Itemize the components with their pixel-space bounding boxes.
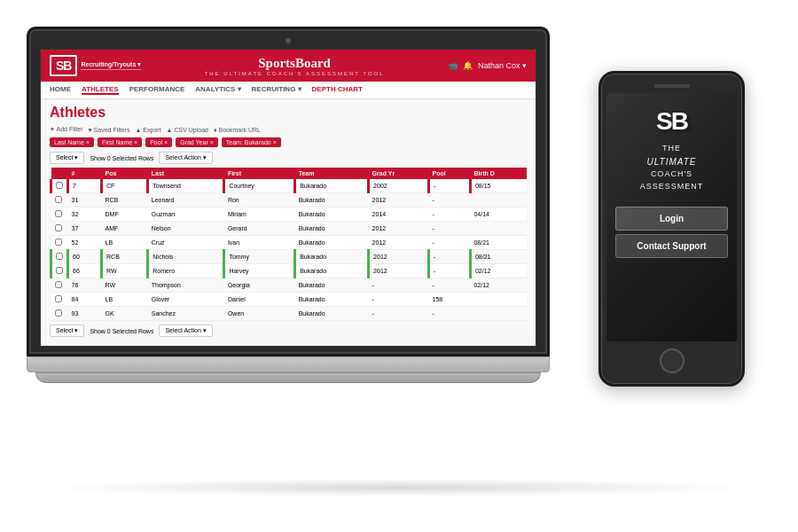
phone-logo: SB [615,107,728,136]
select-btn-top[interactable]: Select ▾ [50,152,84,164]
cell-first: Daniel [224,293,295,307]
table-row[interactable]: 60 RCB Nichols Tommy Bukarado 2012 - 08/… [51,250,528,264]
filter-team[interactable]: Team: Bukarado × [222,137,281,147]
table-row[interactable]: 76 RW Thompson Georgia Bukarado - - 02/1… [51,278,528,293]
cell-pos: DMF [102,207,148,222]
table-row[interactable]: 66 RW Romero Harvey Bukarado 2012 - 02/1… [51,264,528,278]
select-action-btn-top[interactable]: Select Action ▾ [159,152,212,164]
contact-support-button[interactable]: Contact Support [615,234,728,258]
user-name[interactable]: Nathan Cox ▾ [478,61,527,70]
app-header-right: 📹 🔔 Nathan Cox ▾ [448,61,527,70]
row-checkbox[interactable] [55,309,62,317]
cell-check[interactable] [51,307,68,321]
nav-depth-chart[interactable]: DEPTH CHART [312,85,363,95]
tagline-line3: COACH'S [651,169,692,178]
login-button[interactable]: Login [615,207,728,231]
th-grad[interactable]: Grad Yr [369,168,429,179]
phone-screen-inner: SB THE ULTIMATE COACH'S ASSESSMENT Login… [606,93,737,341]
th-pool[interactable]: Pool [429,168,471,179]
table-row[interactable]: 84 LB Glover Daniel Bukarado - 158 [51,293,528,307]
th-last[interactable]: Last [148,168,224,179]
cell-last: Guzman [148,207,224,222]
table-row[interactable]: 32 DMF Guzman Miriam Bukarado 2014 - 04/… [51,207,528,222]
nav-home[interactable]: HOME [50,85,71,95]
th-num[interactable]: # [68,168,102,179]
filter-lastname[interactable]: Last Name × [50,137,94,147]
phone-speaker [654,84,690,88]
cell-birth: 08/15 [470,179,527,193]
th-first[interactable]: First [224,168,295,179]
table-row[interactable]: 93 GK Sanchez Owen Bukarado - - [51,307,528,321]
filter-row: Last Name × First Name × Pool × Grad Yea… [50,137,527,147]
cell-birth: 08/21 [470,250,527,264]
cell-check[interactable] [51,193,68,207]
select-btn-bottom[interactable]: Select ▾ [50,325,84,337]
cell-last: Townsend [148,179,224,193]
cell-team: Bukarado [295,222,369,236]
cell-check[interactable] [51,293,68,307]
filter-gradyear[interactable]: Grad Year × [176,137,218,147]
table-row[interactable]: 52 LB Cruz Ivan Bukarado 2012 - 08/21 [51,236,528,250]
app-logo-sub[interactable]: Recruiting/Tryouts ▾ [81,61,141,70]
nav-recruiting[interactable]: RECRUITING ▾ [252,85,301,95]
cell-num: 66 [68,264,102,278]
app-title-center: SportsBoard THE ULTIMATE COACH'S ASSESSM… [141,56,448,76]
table-header-row: # Pos Last First Team Grad Yr Pool Birth… [51,168,528,179]
filter-pool[interactable]: Pool × [145,137,172,147]
nav-performance[interactable]: PERFORMANCE [129,85,185,95]
row-checkbox[interactable] [56,253,63,260]
cell-last: Thompson [148,278,224,293]
cell-check[interactable] [51,250,68,264]
phone: SB THE ULTIMATE COACH'S ASSESSMENT Login… [598,71,745,387]
filter-firstname[interactable]: First Name × [98,137,142,147]
row-checkbox[interactable] [55,281,62,288]
row-checkbox[interactable] [56,267,63,274]
th-pos[interactable]: Pos [102,168,148,179]
cell-check[interactable] [51,207,68,222]
cell-team: Bukarado [295,179,369,193]
cell-pos: LB [102,293,148,307]
table-row[interactable]: 7 CF Townsend Courtney Bukarado 2002 - 0… [51,179,528,193]
page-title: Athletes [50,105,527,121]
laptop-base [35,372,541,383]
bookmark-btn[interactable]: ♦ Bookmark URL [214,127,261,133]
row-checkbox[interactable] [55,210,62,217]
export-btn[interactable]: ▲ Export [135,127,160,133]
cell-check[interactable] [51,264,68,278]
cell-birth: 08/21 [470,236,527,250]
select-action-btn-bottom[interactable]: Select Action ▾ [159,325,212,337]
cell-check[interactable] [51,236,68,250]
table-row[interactable]: 37 AMF Nelson Gerard Bukarado 2012 - [51,222,528,236]
th-birth[interactable]: Birth D [470,168,527,179]
cell-pos: RCB [102,250,148,264]
nav-athletes[interactable]: ATHLETES [82,85,119,95]
cell-grad: 2002 [369,179,429,193]
csv-upload-btn[interactable]: ▲ CSV Upload [167,127,208,133]
cell-check[interactable] [51,222,68,236]
cell-last: Romero [148,264,224,278]
cell-last: Nichols [148,250,224,264]
row-checkbox[interactable] [56,182,63,189]
row-checkbox[interactable] [55,224,62,231]
th-team[interactable]: Team [295,168,369,179]
cell-last: Nelson [148,222,224,236]
add-filter-btn[interactable]: ✦ Add Filter [50,126,83,133]
laptop-camera [286,38,291,43]
table-row[interactable]: 31 RCB Leonard Ron Bukarado 2012 - [51,193,528,207]
athletes-table: # Pos Last First Team Grad Yr Pool Birth… [50,168,527,321]
row-checkbox[interactable] [55,239,62,246]
row-checkbox[interactable] [55,295,62,302]
saved-filters-btn[interactable]: ♥ Saved Filters [89,127,130,133]
phone-home-button[interactable] [660,348,685,373]
app-nav: HOME ATHLETES PERFORMANCE ANALYTICS ▾ RE… [41,82,536,99]
phone-tagline: THE ULTIMATE COACH'S ASSESSMENT [615,143,728,192]
cell-pool: - [429,236,471,250]
cell-grad: - [369,278,429,293]
cell-check[interactable] [51,278,68,293]
app-title-sub: THE ULTIMATE COACH'S ASSESSMENT TOOL [141,71,448,76]
cell-team: Bukarado [295,264,369,278]
nav-analytics[interactable]: ANALYTICS ▾ [195,85,240,95]
cell-check[interactable] [51,179,68,193]
row-checkbox[interactable] [55,196,62,203]
toolbar: ✦ Add Filter ♥ Saved Filters ▲ Export ▲ … [50,126,527,133]
